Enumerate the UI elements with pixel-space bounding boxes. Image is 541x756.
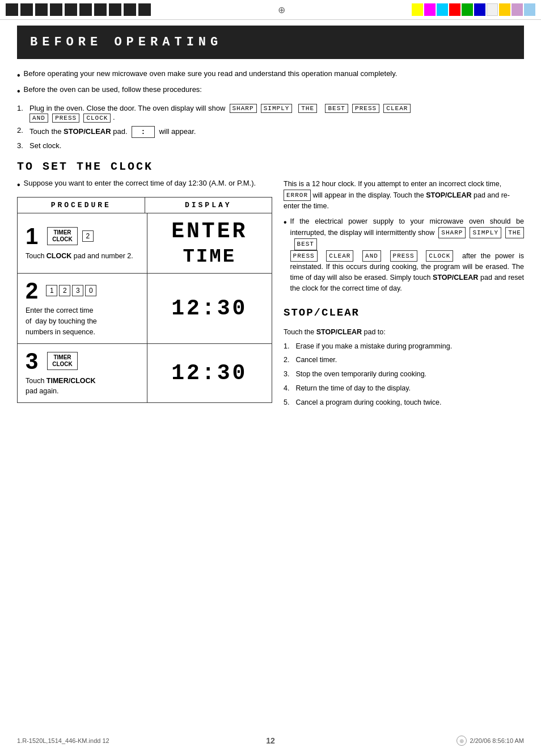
clock-bullet: • Suppose you want to enter the correct … bbox=[17, 179, 272, 191]
stop-clear-intro: Touch the STOP/CLEAR pad to: bbox=[284, 327, 524, 338]
clock-bullet-dot: • bbox=[17, 179, 20, 191]
procedure-table: PROCEDURE DISPLAY 1 TIMERCLOCK 2 bbox=[17, 197, 272, 403]
black-square-10 bbox=[138, 3, 151, 16]
num-box-2: 2 bbox=[82, 230, 94, 242]
num-box-1: 1 bbox=[46, 285, 57, 296]
title-text: BEFORE OPERATING bbox=[30, 35, 222, 49]
footer-left: 1.R-1520L,1514_446-KM.indd 12 bbox=[17, 737, 109, 744]
color-cyan bbox=[437, 3, 448, 16]
bullet-2: • Before the oven can be used, follow th… bbox=[17, 85, 524, 98]
footer-right-group: ⊕ 2/20/06 8:56:10 AM bbox=[457, 736, 524, 746]
stop-clear-section: STOP/CLEAR Touch the STOP/CLEAR pad to: … bbox=[284, 305, 524, 408]
kbd-simply: SIMPLY bbox=[261, 104, 293, 113]
sc-num-5: 5. bbox=[284, 397, 293, 408]
timer-clock-bold: TIMER/CLOCK bbox=[47, 377, 96, 385]
intro-bullets: • Before operating your new microwave ov… bbox=[17, 69, 524, 98]
kbd-press-3: PRESS bbox=[290, 250, 318, 262]
bullet-dot-2: • bbox=[17, 85, 20, 98]
sc-item-3: 3. Stop the oven temporarily during cook… bbox=[284, 369, 524, 380]
display-enter: ENTER bbox=[171, 219, 247, 243]
step-3-item: 3. Set clock. bbox=[17, 141, 524, 150]
step-1-text: Plug in the oven. Close the door. The ov… bbox=[29, 104, 411, 123]
display-col-header: DISPLAY bbox=[145, 198, 272, 213]
compass-icon: ⊕ bbox=[278, 5, 285, 15]
step-2-num: 2. bbox=[17, 126, 27, 135]
stop-clear-bold-2: STOP/CLEAR bbox=[426, 191, 471, 199]
color-red bbox=[449, 3, 460, 16]
black-square-7 bbox=[94, 3, 107, 16]
sc-num-1: 1. bbox=[284, 341, 293, 352]
timer-clock-button-2: TIMERCLOCK bbox=[47, 352, 78, 370]
number-sequence: 1 2 3 0 bbox=[46, 285, 96, 296]
step-3-text: Set clock. bbox=[29, 141, 61, 150]
sc-item-2: 2. Cancel timer. bbox=[284, 355, 524, 366]
step-2-desc: Enter the correct timeof day by touching… bbox=[26, 305, 139, 337]
stop-clear-heading: STOP/CLEAR bbox=[284, 305, 524, 321]
kbd-press-4: PRESS bbox=[390, 250, 417, 262]
sc-item-4: 4. Return the time of day to the display… bbox=[284, 383, 524, 394]
stop-clear-bold: STOP/CLEAR bbox=[64, 127, 111, 136]
bullet-dot-1: • bbox=[17, 69, 20, 82]
stop-clear-bold-4: STOP/CLEAR bbox=[316, 328, 362, 336]
color-magenta bbox=[424, 3, 436, 16]
step-2-text: Touch the STOP/CLEAR pad. : will appear. bbox=[29, 126, 196, 138]
table-header: PROCEDURE DISPLAY bbox=[18, 198, 272, 213]
clock-section: TO SET THE CLOCK • Suppose you want to e… bbox=[17, 160, 524, 411]
proc-left-3: 3 TIMERCLOCK Touch TIMER/CLOCKpad again. bbox=[18, 344, 147, 403]
proc-right-2: 12:30 bbox=[147, 274, 272, 343]
kbd-clear-2: CLEAR bbox=[326, 250, 353, 262]
step-num-2: 2 bbox=[26, 279, 38, 302]
sc-text-5: Cancel a program during cooking, touch t… bbox=[295, 397, 441, 408]
footer-right: 2/20/06 8:56:10 AM bbox=[470, 737, 524, 744]
color-blue bbox=[474, 3, 485, 16]
step-num-1: 1 bbox=[26, 225, 38, 247]
kbd-clock-2: CLOCK bbox=[426, 250, 453, 262]
stop-clear-list: 1. Erase if you make a mistake during pr… bbox=[284, 341, 524, 408]
kbd-clear: CLEAR bbox=[383, 104, 411, 113]
kbd-sharp: SHARP bbox=[230, 104, 257, 113]
kbd-press-2: PRESS bbox=[52, 114, 79, 123]
timer-clock-button-1: TIMERCLOCK bbox=[47, 227, 78, 245]
color-lavender bbox=[512, 3, 523, 16]
kbd-the-2: THE bbox=[505, 227, 524, 239]
color-yellow bbox=[412, 3, 423, 16]
color-green bbox=[462, 3, 473, 16]
step-1-num: 1. bbox=[17, 104, 27, 112]
black-square-5 bbox=[65, 3, 77, 16]
display-1230-2: 12:30 bbox=[171, 361, 247, 385]
step-1-item: 1. Plug in the oven. Close the door. The… bbox=[17, 104, 524, 123]
proc-left-1: 1 TIMERCLOCK 2 Touch CLOCK pad and numbe… bbox=[18, 213, 147, 273]
num-box-0: 0 bbox=[85, 285, 96, 296]
display-1230-1: 12:30 bbox=[171, 296, 247, 321]
sc-item-5: 5. Cancel a program during cooking, touc… bbox=[284, 397, 524, 408]
procedure-col-header: PROCEDURE bbox=[18, 198, 145, 213]
sc-num-3: 3. bbox=[284, 369, 293, 380]
right-bullet-text: If the electrical power supply to your m… bbox=[290, 216, 524, 294]
clock-bold: CLOCK bbox=[47, 252, 71, 260]
page-number: 12 bbox=[266, 736, 275, 745]
top-bar: ⊕ bbox=[0, 0, 541, 20]
black-square-3 bbox=[35, 3, 48, 16]
table-row-2: 2 1 2 3 0 Enter the correct timeof day b… bbox=[18, 274, 272, 343]
kbd-sharp-2: SHARP bbox=[438, 227, 466, 239]
clock-heading: TO SET THE CLOCK bbox=[17, 160, 524, 173]
step-1-desc: Touch CLOCK pad and number 2. bbox=[26, 251, 139, 262]
step-num-3: 3 bbox=[26, 350, 38, 372]
kbd-error: ERROR bbox=[284, 190, 311, 201]
colon-display: : bbox=[132, 126, 155, 138]
display-time-1: TIME bbox=[183, 246, 236, 267]
sc-item-1: 1. Erase if you make a mistake during pr… bbox=[284, 341, 524, 352]
sc-num-2: 2. bbox=[284, 355, 293, 366]
kbd-press-1: PRESS bbox=[352, 104, 379, 113]
kbd-simply-2: SIMPLY bbox=[470, 227, 501, 239]
step-3-desc: Touch TIMER/CLOCKpad again. bbox=[26, 376, 139, 397]
page-title: BEFORE OPERATING bbox=[17, 26, 524, 59]
kbd-and: AND bbox=[29, 114, 48, 123]
sc-text-1: Erase if you make a mistake during progr… bbox=[295, 341, 452, 352]
num-box-2b: 2 bbox=[59, 285, 70, 296]
left-column: • Suppose you want to enter the correct … bbox=[17, 179, 272, 411]
sc-text-4: Return the time of day to the display. bbox=[295, 383, 411, 394]
right-bullet-dot: • bbox=[284, 216, 287, 229]
kbd-the: THE bbox=[298, 104, 317, 113]
step-3-num: 3. bbox=[17, 141, 27, 150]
